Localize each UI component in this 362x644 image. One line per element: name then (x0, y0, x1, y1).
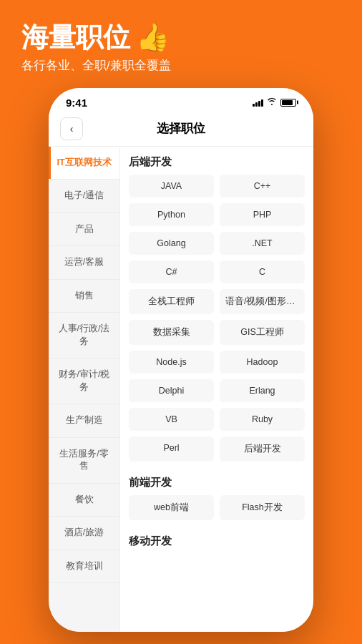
header-icon: 👍 (136, 21, 170, 54)
section-title-2: 移动开发 (120, 526, 313, 554)
tag-0-0[interactable]: JAVA (129, 175, 214, 197)
battery-icon (280, 99, 296, 107)
section-title-1: 前端开发 (120, 467, 313, 495)
sidebar-item-5[interactable]: 人事/行政/法务 (49, 313, 119, 358)
tag-0-15[interactable]: Erlang (220, 379, 305, 402)
sidebar-item-2[interactable]: 产品 (49, 213, 119, 247)
sidebar-item-1[interactable]: 电子/通信 (49, 180, 119, 213)
phone-mockup: 9:41 ‹ 选择职位 IT (49, 88, 313, 632)
header-title-text: 海量职位 (21, 21, 130, 54)
tag-0-3[interactable]: PHP (220, 203, 305, 226)
tag-0-5[interactable]: .NET (220, 232, 305, 255)
sidebar-item-0[interactable]: IT互联网技术 (49, 147, 119, 180)
header-subtitle: 各行各业、全职/兼职全覆盖 (21, 57, 171, 74)
sidebar-item-9[interactable]: 餐饮 (49, 484, 119, 517)
tags-grid-0: JAVAC++PythonPHPGolang.NETC#C全栈工程师语音/视频/… (120, 175, 313, 467)
back-button[interactable]: ‹ (60, 117, 83, 140)
signal-icon (253, 99, 263, 107)
nav-title: 选择职位 (83, 120, 279, 137)
tag-1-1[interactable]: Flash开发 (220, 495, 305, 520)
tag-0-18[interactable]: Perl (129, 436, 214, 462)
sidebar-item-3[interactable]: 运营/客服 (49, 246, 119, 280)
tag-0-17[interactable]: Ruby (220, 408, 305, 431)
wifi-icon (267, 97, 277, 107)
back-icon: ‹ (70, 123, 74, 135)
tag-0-11[interactable]: GIS工程师 (220, 320, 305, 345)
tag-0-19[interactable]: 后端开发 (220, 436, 305, 462)
status-icons (253, 97, 296, 107)
sidebar-item-4[interactable]: 销售 (49, 280, 119, 313)
tag-0-12[interactable]: Node.js (129, 351, 214, 374)
tag-0-8[interactable]: 全栈工程师 (129, 289, 214, 314)
tags-grid-1: web前端Flash开发 (120, 495, 313, 526)
tag-0-9[interactable]: 语音/视频/图形开发 (220, 289, 305, 314)
tag-0-14[interactable]: Delphi (129, 379, 214, 402)
right-content: 后端开发JAVAC++PythonPHPGolang.NETC#C全栈工程师语音… (120, 147, 313, 632)
header-title: 海量职位 👍 (21, 21, 170, 54)
section-title-0: 后端开发 (120, 147, 313, 175)
sidebar-item-11[interactable]: 教育培训 (49, 550, 119, 584)
tag-0-10[interactable]: 数据采集 (129, 320, 214, 345)
tag-0-2[interactable]: Python (129, 203, 214, 226)
nav-bar: ‹ 选择职位 (49, 112, 313, 147)
tag-0-4[interactable]: Golang (129, 232, 214, 255)
sidebar-item-8[interactable]: 生活服务/零售 (49, 438, 119, 484)
app-header: 海量职位 👍 各行各业、全职/兼职全覆盖 (0, 0, 362, 88)
status-time: 9:41 (66, 97, 87, 109)
content-area: IT互联网技术电子/通信产品运营/客服销售人事/行政/法务财务/审计/税务生产制… (49, 147, 313, 632)
tag-0-7[interactable]: C (220, 260, 305, 283)
tag-0-1[interactable]: C++ (220, 175, 305, 197)
sidebar-item-7[interactable]: 生产制造 (49, 404, 119, 438)
tag-0-16[interactable]: VB (129, 408, 214, 431)
tag-1-0[interactable]: web前端 (129, 495, 214, 520)
status-bar: 9:41 (49, 88, 313, 112)
sidebar-item-6[interactable]: 财务/审计/税务 (49, 358, 119, 404)
tag-0-6[interactable]: C# (129, 260, 214, 283)
tag-0-13[interactable]: Hadoop (220, 351, 305, 374)
sidebar: IT互联网技术电子/通信产品运营/客服销售人事/行政/法务财务/审计/税务生产制… (49, 147, 120, 632)
sidebar-item-10[interactable]: 酒店/旅游 (49, 517, 119, 550)
